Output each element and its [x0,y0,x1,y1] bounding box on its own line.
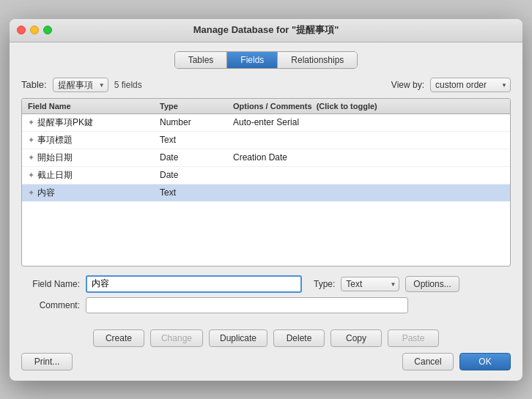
table-header: Field Name Type Options / Comments (Clic… [22,99,510,114]
table-row[interactable]: ✦ 提醒事項PK鍵 Number Auto-enter Serial [22,114,510,132]
header-field-name: Field Name [28,102,160,111]
tab-group: Tables Fields Relationships [174,51,358,69]
ok-button[interactable]: OK [459,353,511,370]
footer-row: Print... Cancel OK [21,347,511,372]
viewby-select-wrapper: custom order [430,78,511,92]
fields-table: Field Name Type Options / Comments (Clic… [21,98,511,266]
window-title: Manage Database for "提醒事項" [193,23,339,37]
type-label: Type: [314,279,335,289]
field-type-cell: Number [160,117,233,127]
header-options: Options / Comments (Click to toggle) [233,102,504,111]
copy-button[interactable]: Copy [330,329,382,347]
table-row[interactable]: ✦ 内容 Text [22,184,510,201]
field-type-cell: Date [160,152,233,163]
drag-handle-icon: ✦ [28,118,34,127]
delete-button[interactable]: Delete [273,329,325,347]
footer-right: Cancel OK [402,353,511,370]
drag-handle-icon: ✦ [28,153,34,163]
viewby-label: View by: [391,80,424,90]
options-button[interactable]: Options... [405,276,459,292]
field-name-label: Field Name: [21,279,80,289]
table-row[interactable]: ✦ 事項標題 Text [22,132,510,149]
toolbar-row: Table: 提醒事項 5 fields View by: custom ord… [21,78,511,92]
type-select[interactable]: Text Number Date [341,277,399,291]
viewby-select[interactable]: custom order [430,78,511,92]
tabs-row: Tables Fields Relationships [21,51,511,69]
field-name-row: Field Name: Type: Text Number Date Optio… [21,275,511,293]
table-row[interactable]: ✦ 開始日期 Date Creation Date [22,149,510,167]
fields-count: 5 fields [114,80,385,90]
window-content: Tables Fields Relationships Table: 提醒事項 … [10,42,522,381]
header-type: Type [160,102,233,111]
minimize-button[interactable] [30,26,39,34]
field-name-cell: ✦ 提醒事項PK鍵 [28,116,160,129]
field-type-cell: Text [160,187,233,198]
table-label: Table: [21,79,47,90]
field-name-cell: ✦ 事項標題 [28,134,160,146]
cancel-button[interactable]: Cancel [402,353,454,370]
drag-handle-icon: ✦ [28,135,34,145]
comment-row: Comment: [21,297,511,313]
table-select[interactable]: 提醒事項 [53,78,108,92]
create-button[interactable]: Create [93,329,144,347]
field-name-cell: ✦ 截止日期 [28,169,160,182]
print-button[interactable]: Print... [21,353,73,370]
maximize-button[interactable] [43,26,52,34]
type-select-wrapper: Text Number Date [341,277,399,291]
field-name-cell: ✦ 開始日期 [28,152,160,164]
table-row[interactable]: ✦ 截止日期 Date [22,167,510,184]
table-body: ✦ 提醒事項PK鍵 Number Auto-enter Serial ✦ 事項標… [22,114,510,264]
close-button[interactable] [17,26,26,34]
comment-input[interactable] [86,297,408,313]
drag-handle-icon: ✦ [28,188,34,198]
field-options-cell: Creation Date [233,152,504,163]
field-name-cell: ✦ 内容 [28,187,160,199]
field-options-cell: Auto-enter Serial [233,117,504,127]
field-type-cell: Text [160,135,233,145]
field-name-input[interactable] [86,275,302,293]
tab-tables[interactable]: Tables [175,52,228,68]
action-buttons: Create Change Duplicate Delete Copy Past… [21,329,511,347]
duplicate-button[interactable]: Duplicate [209,329,267,347]
tab-fields[interactable]: Fields [227,52,278,68]
table-select-wrapper: 提醒事項 [53,78,108,92]
main-window: Manage Database for "提醒事項" Tables Fields… [10,19,522,381]
drag-handle-icon: ✦ [28,171,34,180]
comment-label: Comment: [21,300,80,310]
tab-relationships[interactable]: Relationships [278,52,357,68]
traffic-lights [17,26,52,34]
paste-button[interactable]: Paste [388,329,439,347]
titlebar: Manage Database for "提醒事項" [10,19,522,42]
field-type-cell: Date [160,170,233,180]
change-button[interactable]: Change [150,329,203,347]
field-editor: Field Name: Type: Text Number Date Optio… [21,275,511,324]
